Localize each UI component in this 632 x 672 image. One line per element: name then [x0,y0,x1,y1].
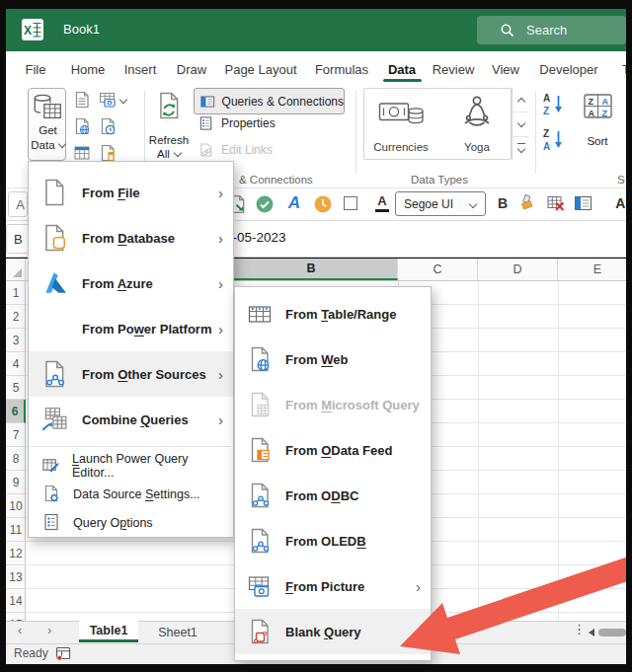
menu-item-from-web[interactable]: From Web [235,336,431,382]
tab-review[interactable]: Review [433,62,475,77]
row-header[interactable]: 4 [6,352,26,376]
gallery-scroll [512,88,529,160]
from-web-icon[interactable] [73,117,91,135]
bold-button[interactable]: B [494,193,512,213]
refresh-all-button[interactable]: Refresh All [146,88,192,161]
select-all-corner[interactable] [6,259,26,280]
sheet-tab-sheet1[interactable]: Sheet1 [146,621,209,643]
submenu-arrow-icon: › [218,275,223,292]
menu-item-from-database[interactable]: From Database › [29,215,233,261]
menu-item-from-odata-feed[interactable]: From OData Feed [235,427,431,473]
row-header[interactable]: 7 [6,423,26,447]
macro-record-icon[interactable] [55,646,71,661]
annotation-arrow [396,543,626,672]
get-data-label-2: Data [31,139,54,151]
font-color-icon[interactable]: A [372,192,392,214]
menu-item-query-options[interactable]: Query Options [29,508,233,537]
row-header[interactable]: 5 [6,376,26,400]
borders-icon[interactable] [344,196,357,210]
queries-connections-button[interactable]: Queries & Connections [194,88,345,114]
row-header[interactable]: 9 [6,471,26,494]
menu-item-data-source-settings[interactable]: Data Source Settings... [29,480,233,508]
gallery-more-button[interactable] [513,137,529,160]
delete-cells-icon[interactable] [546,193,566,213]
menu-item-from-azure[interactable]: From Azure › [29,261,233,306]
row-header[interactable]: 3 [6,329,26,352]
submenu-arrow-icon: › [218,366,223,383]
menu-item-from-table-range[interactable]: From Table/Range [235,291,431,336]
submenu-arrow-icon: › [218,321,223,337]
row-header[interactable]: 13 [6,565,26,589]
from-text-csv-icon[interactable] [73,91,91,109]
column-header-d[interactable]: D [478,259,558,280]
tab-developer[interactable]: Developer [539,62,597,77]
sheet-tab-table1[interactable]: Table1 [79,621,138,642]
gallery-up-button[interactable] [513,88,529,112]
sort-descending-button[interactable]: ZA [541,126,567,154]
power-query-editor-icon [42,456,60,475]
tab-data[interactable]: Data [388,62,416,77]
column-header-e[interactable]: E [558,259,632,280]
gallery-down-button[interactable] [513,112,529,137]
row-header-active[interactable]: 6 [6,400,26,423]
menu-item-from-file[interactable]: From File › [29,170,233,215]
row-header[interactable]: 12 [6,542,26,565]
sort-ascending-button[interactable]: AZ [541,91,567,118]
combine-queries-icon [40,406,68,433]
search-box[interactable]: Search [477,16,626,44]
menu-separator [31,446,231,447]
automate-icon[interactable]: A [284,193,304,213]
sheet-nav-prev-button[interactable]: ‹ [18,623,22,637]
row-header[interactable]: 14 [6,589,26,613]
tab-home[interactable]: Home [71,62,106,77]
existing-connections-icon[interactable] [99,144,117,162]
tab-view[interactable]: View [492,62,519,77]
excel-window: X Book1 Search File Home Insert Draw Pag… [0,0,632,672]
tab-insert[interactable]: Insert [124,62,157,77]
picture-icon [247,573,273,599]
column-header-c[interactable]: C [398,259,478,280]
history-clock-icon[interactable] [313,194,333,214]
from-picture-icon[interactable] [99,91,117,109]
yoga-data-type[interactable]: Yoga [447,92,507,155]
qat-partial-icon[interactable]: A [8,191,28,217]
row-header[interactable]: 10 [6,494,26,518]
row-header[interactable]: 11 [6,518,26,542]
from-table-icon[interactable] [73,144,91,162]
chevron-down-icon [174,149,182,157]
tab-file[interactable]: File [26,62,46,77]
workbook-icon[interactable] [574,193,593,213]
window-frame [0,664,632,672]
menu-item-from-microsoft-query: From Microsoft Query [235,382,431,427]
menu-item-combine-queries[interactable]: Combine Queries › [29,397,233,442]
format-painter-icon[interactable] [517,193,537,213]
row-header[interactable]: 1 [6,281,26,305]
menu-item-from-odbc[interactable]: From ODBC [235,473,431,518]
approve-check-icon[interactable] [255,194,275,214]
row-header[interactable]: 8 [6,447,26,471]
font-name-select[interactable]: Segoe UI [395,191,486,216]
properties-button[interactable]: Properties [198,115,276,131]
formula-bar-value[interactable]: 2-05-2023 [225,230,286,245]
recent-sources-icon[interactable] [99,117,117,135]
menu-item-from-power-platform[interactable]: From Power Platform › [29,306,233,351]
menu-item-launch-power-query-editor[interactable]: Launch Power Query Editor... [29,451,233,480]
row-header[interactable]: 2 [6,305,26,329]
table-range-icon [247,301,273,327]
tab-draw[interactable]: Draw [177,62,206,77]
font-name-value: Segoe UI [404,197,453,211]
edit-links-icon [198,142,213,158]
tab-page-layout[interactable]: Page Layout [224,62,296,77]
tab-formulas[interactable]: Formulas [315,62,368,77]
sort-button[interactable]: ZA AZ Sort [575,88,620,161]
menu-item-from-other-sources[interactable]: From Other Sources › [29,351,233,397]
sheet-nav-next-button[interactable]: › [47,623,51,637]
refresh-label-2: All [157,148,170,160]
get-data-menu: From File › From Database › From Azure ›… [28,161,234,538]
refresh-label-1: Refresh [146,134,192,146]
name-box[interactable]: B [6,224,30,254]
get-data-button[interactable]: Get Data [28,88,66,161]
column-header-b[interactable]: B [225,259,398,280]
window-title: Book1 [63,22,100,37]
currencies-data-type[interactable]: Currencies [370,92,432,155]
